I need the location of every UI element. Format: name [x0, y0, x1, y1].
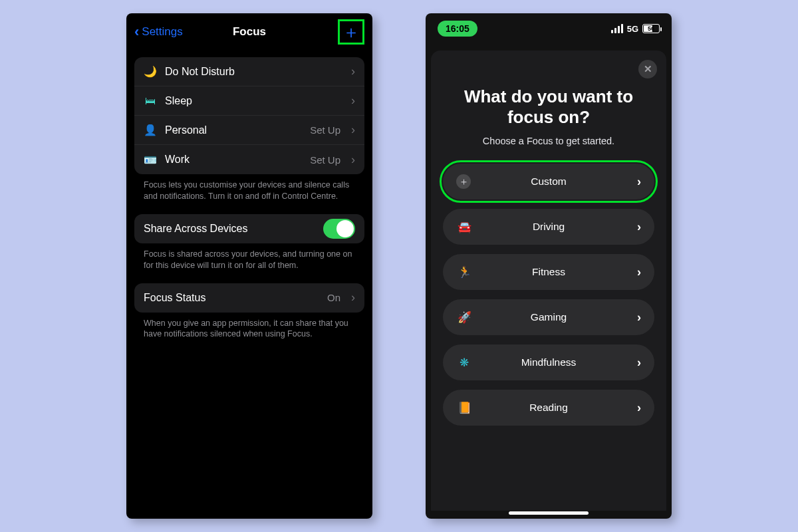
option-label: Driving	[533, 221, 565, 233]
close-button[interactable]: ✕	[638, 60, 657, 78]
focus-option-custom[interactable]: ＋ Custom ›	[443, 164, 654, 200]
mode-label: Sleep	[165, 95, 343, 107]
status-footer: When you give an app permission, it can …	[132, 313, 367, 340]
focus-mode-personal[interactable]: 👤 Personal Set Up ›	[134, 116, 364, 145]
running-icon: 🏃	[456, 264, 472, 280]
chevron-right-icon: ›	[637, 175, 641, 189]
focus-modes-group: 🌙 Do Not Disturb › 🛏 Sleep › 👤 Personal …	[134, 57, 364, 174]
nav-bar: ‹ Settings Focus ＋	[132, 19, 367, 45]
focus-mode-do-not-disturb[interactable]: 🌙 Do Not Disturb ›	[134, 57, 364, 86]
chevron-right-icon: ›	[637, 311, 641, 325]
close-icon: ✕	[644, 63, 652, 75]
chevron-right-icon: ›	[637, 220, 641, 234]
option-label: Gaming	[531, 311, 567, 323]
share-group: Share Across Devices	[134, 214, 364, 243]
chevron-right-icon: ›	[351, 153, 355, 167]
battery-percent: 56	[648, 25, 654, 32]
focus-mode-work[interactable]: 🪪 Work Set Up ›	[134, 145, 364, 174]
focus-option-reading[interactable]: 📙 Reading ›	[443, 390, 654, 426]
time-pill: 16:05	[438, 21, 477, 37]
bed-icon: 🛏	[144, 94, 157, 108]
sheet-title: What do you want to focus on?	[443, 86, 654, 128]
sheet-subtitle: Choose a Focus to get started.	[443, 136, 654, 146]
person-icon: 👤	[144, 124, 157, 137]
share-toggle[interactable]	[323, 219, 355, 239]
focus-options: ＋ Custom › 🚘 Driving › 🏃 Fitness › 🚀 Gam…	[443, 164, 654, 426]
signal-icon	[611, 24, 623, 33]
mode-label: Do Not Disturb	[165, 66, 343, 78]
option-label: Fitness	[532, 266, 565, 278]
modes-footer: Focus lets you customise your devices an…	[132, 174, 367, 202]
status-bar: 16:05 5G 56	[431, 19, 666, 39]
share-across-devices-row: Share Across Devices	[134, 214, 364, 243]
home-indicator[interactable]	[509, 511, 589, 515]
focus-option-fitness[interactable]: 🏃 Fitness ›	[443, 254, 654, 290]
mindfulness-icon: ❋	[456, 354, 472, 370]
plus-icon: ＋	[342, 21, 360, 44]
battery-icon: 56	[642, 24, 660, 33]
focus-mode-sleep[interactable]: 🛏 Sleep ›	[134, 86, 364, 116]
chevron-right-icon: ›	[637, 356, 641, 370]
back-label: Settings	[142, 25, 182, 39]
focus-option-gaming[interactable]: 🚀 Gaming ›	[443, 299, 654, 335]
rocket-icon: 🚀	[456, 309, 472, 325]
share-footer: Focus is shared across your devices, and…	[132, 243, 367, 271]
back-button[interactable]: ‹ Settings	[134, 23, 183, 41]
option-label: Reading	[529, 402, 568, 414]
focus-status-label: Focus Status	[144, 292, 319, 304]
chevron-right-icon: ›	[351, 65, 355, 78]
chevron-left-icon: ‹	[134, 23, 139, 41]
option-label: Custom	[531, 176, 566, 188]
status-right: 5G 56	[611, 24, 660, 34]
chevron-right-icon: ›	[351, 94, 355, 108]
focus-option-driving[interactable]: 🚘 Driving ›	[443, 209, 654, 245]
focus-status-group: Focus Status On ›	[134, 283, 364, 313]
add-focus-button[interactable]: ＋	[338, 19, 364, 45]
share-label: Share Across Devices	[144, 223, 315, 235]
mode-label: Work	[165, 154, 302, 166]
mode-detail: Set Up	[310, 154, 340, 166]
focus-picker-screen: 16:05 5G 56 ✕ What do you want to focus …	[426, 13, 672, 519]
book-icon: 📙	[456, 400, 472, 416]
focus-status-row[interactable]: Focus Status On ›	[134, 283, 364, 313]
chevron-right-icon: ›	[351, 291, 355, 305]
mode-detail: Set Up	[310, 124, 340, 136]
focus-option-mindfulness[interactable]: ❋ Mindfulness ›	[443, 344, 654, 380]
network-label: 5G	[627, 24, 638, 34]
chevron-right-icon: ›	[637, 265, 641, 279]
car-icon: 🚘	[456, 219, 472, 235]
mode-label: Personal	[165, 124, 302, 136]
page-title: Focus	[233, 25, 266, 39]
focus-settings-screen: ‹ Settings Focus ＋ 🌙 Do Not Disturb › 🛏 …	[126, 13, 372, 519]
focus-picker-sheet: ✕ What do you want to focus on? Choose a…	[431, 51, 666, 511]
chevron-right-icon: ›	[637, 401, 641, 415]
option-label: Mindfulness	[521, 356, 577, 368]
chevron-right-icon: ›	[351, 123, 355, 137]
plus-circle-icon: ＋	[456, 174, 471, 189]
badge-icon: 🪪	[144, 153, 157, 166]
moon-icon: 🌙	[144, 65, 157, 78]
focus-status-value: On	[327, 292, 340, 303]
